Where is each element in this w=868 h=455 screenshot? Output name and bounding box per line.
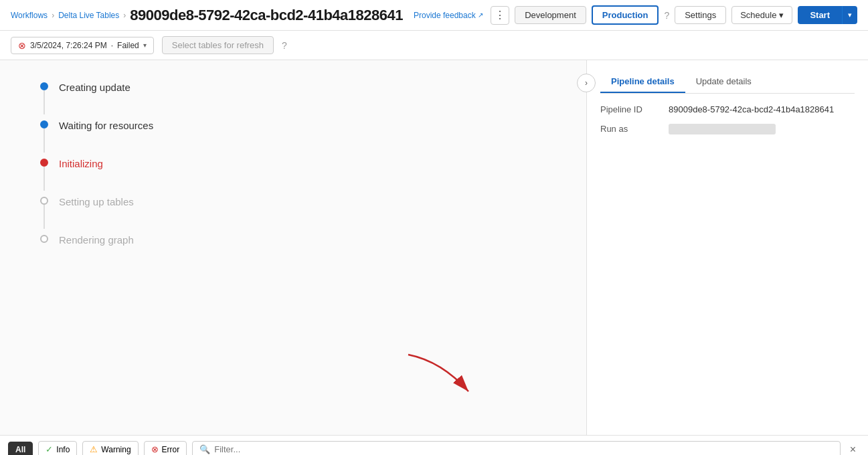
pipeline-step-item: Initializing [40,157,546,195]
pipeline-view: › Creating updateWaiting for resourcesIn… [0,60,587,435]
step-dot [40,159,48,167]
step-dot [40,197,48,205]
top-right-controls: ⋮ Development Production ? Settings Sche… [491,5,857,25]
pipeline-id-title: 89009de8-5792-42ca-bcd2-41b4a1828641 [130,7,403,24]
step-dot [40,82,48,90]
run-as-value [669,124,776,134]
start-dropdown-button[interactable]: ▾ [842,6,857,24]
details-tabs: Pipeline details Update details [600,71,855,94]
step-label: Waiting for resources [59,118,153,157]
filter-warning-button[interactable]: ⚠ Warning [82,441,138,455]
pipeline-id-row: Pipeline ID 89009de8-5792-42ca-bcd2-41b4… [600,104,855,114]
start-button[interactable]: Start [798,6,842,24]
run-as-row: Run as [600,124,855,134]
run-as-label: Run as [600,124,661,134]
close-log-button[interactable]: × [846,442,860,456]
log-toolbar: All ✓ Info ⚠ Warning ⊗ Error 🔍 × [0,436,868,455]
pipeline-id-label: Pipeline ID [600,104,661,114]
step-connector-line [44,167,45,191]
details-panel: Pipeline details Update details Pipeline… [587,60,868,435]
filter-info-button[interactable]: ✓ Info [38,441,77,455]
tab-pipeline-details[interactable]: Pipeline details [600,71,685,93]
schedule-caret-icon: ▾ [779,10,784,20]
select-tables-help-icon[interactable]: ? [282,40,287,51]
filter-all-button[interactable]: All [8,442,33,456]
status-timestamp: 3/5/2024, 7:26:24 PM [30,41,107,50]
status-dot-sep: · [111,41,113,50]
warning-filter-icon: ⚠ [90,444,98,454]
collapse-panel-button[interactable]: › [577,74,596,92]
step-connector-line [44,90,45,114]
step-dot [40,120,48,128]
step-dot-column [40,80,48,114]
step-label: Rendering graph [59,233,134,247]
breadcrumb-sep-1: › [52,11,54,20]
production-mode-button[interactable]: Production [592,5,659,25]
step-label: Setting up tables [59,195,134,233]
log-area: All ✓ Info ⚠ Warning ⊗ Error 🔍 × ✓12 min… [0,435,868,455]
step-label: Creating update [59,80,131,118]
step-dot-column [40,157,48,191]
step-dot-column [40,118,48,153]
step-label: Initializing [59,157,103,195]
step-dot-column [40,195,48,229]
status-pill[interactable]: ⊗ 3/5/2024, 7:26:24 PM · Failed ▾ [11,37,154,54]
step-dot-column [40,233,48,243]
status-label: Failed [117,41,139,50]
toolbar: ⊗ 3/5/2024, 7:26:24 PM · Failed ▾ Select… [0,31,868,60]
select-tables-button[interactable]: Select tables for refresh [162,36,274,54]
error-filter-icon: ⊗ [151,444,159,454]
breadcrumb-workflows[interactable]: Workflows [11,11,48,20]
mode-info-icon[interactable]: ? [664,10,669,21]
status-error-icon: ⊗ [18,40,26,51]
info-filter-icon: ✓ [46,444,53,454]
development-mode-button[interactable]: Development [515,6,586,24]
pipeline-step-item: Creating update [40,80,546,118]
tab-update-details[interactable]: Update details [685,71,762,93]
pipeline-steps: Creating updateWaiting for resourcesInit… [0,60,586,267]
step-dot [40,235,48,243]
step-connector-line [44,128,45,153]
start-button-group: Start ▾ [798,6,857,24]
feedback-link[interactable]: Provide feedback ↗ [414,11,483,20]
pipeline-id-value: 89009de8-5792-42ca-bcd2-41b4a1828641 [669,104,834,114]
breadcrumb-delta-live[interactable]: Delta Live Tables [58,11,119,20]
filter-input[interactable] [214,444,833,454]
filter-error-button[interactable]: ⊗ Error [144,441,187,455]
kebab-menu-button[interactable]: ⋮ [491,6,509,25]
search-icon: 🔍 [199,444,210,454]
pipeline-step-item: Setting up tables [40,195,546,233]
step-connector-line [44,205,45,229]
breadcrumb-sep-2: › [123,11,126,20]
status-caret-icon: ▾ [143,41,147,49]
pipeline-step-item: Waiting for resources [40,118,546,157]
settings-button[interactable]: Settings [675,6,726,24]
filter-input-wrap: 🔍 [192,441,840,455]
schedule-button[interactable]: Schedule ▾ [731,6,792,24]
external-link-icon: ↗ [478,11,483,19]
main-content: › Creating updateWaiting for resourcesIn… [0,60,868,435]
pipeline-step-item: Rendering graph [40,233,546,247]
